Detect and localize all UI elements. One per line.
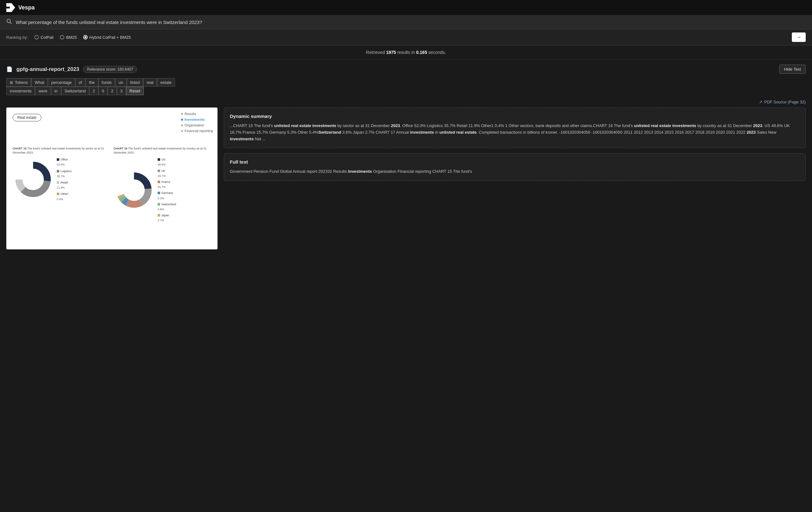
nav-dot-investments bbox=[181, 118, 183, 121]
chart-16-svg bbox=[114, 170, 154, 210]
chart-15-svg bbox=[12, 159, 54, 200]
hide-text-button[interactable]: Hide Text bbox=[779, 65, 806, 74]
token-estate[interactable]: estate bbox=[157, 78, 175, 87]
token-were[interactable]: were bbox=[35, 87, 51, 95]
content-split: Results Investments Organisation Financi… bbox=[6, 108, 806, 249]
results-info: Retrieved 1975 results in 0.165 seconds. bbox=[0, 46, 812, 60]
results-count: 1975 bbox=[386, 50, 396, 55]
token-funds[interactable]: funds bbox=[98, 78, 115, 87]
dynamic-summary-text: ...CHART 15 The fund's unlisted real est… bbox=[230, 123, 800, 142]
results-time: 0.165 bbox=[416, 50, 427, 55]
svg-line-1 bbox=[10, 22, 12, 24]
token-2a[interactable]: 2 bbox=[89, 87, 98, 95]
dynamic-summary-card: Dynamic summary ...CHART 15 The fund's u… bbox=[224, 108, 806, 148]
nav-investments-label: Investments bbox=[185, 118, 205, 121]
token-listed[interactable]: listed bbox=[127, 78, 143, 87]
nav-pills: Results Investments Organisation Financi… bbox=[181, 112, 213, 133]
chart-15-legend: Office 52.0% Logistics 35.7% Retail 11.9… bbox=[57, 157, 71, 202]
token-percentage[interactable]: percentage bbox=[48, 78, 75, 87]
ranking-bar: Ranking by: ColPali BM25 Hybrid ColPali … bbox=[0, 29, 812, 46]
tokens-row-2: investments were in Switzerland 2 0 2 3 … bbox=[6, 87, 806, 95]
token-switzerland[interactable]: Switzerland bbox=[61, 87, 89, 95]
nav-organisation-label: Organisation bbox=[185, 123, 204, 127]
nav-organisation[interactable]: Organisation bbox=[181, 123, 213, 127]
token-0[interactable]: 0 bbox=[98, 87, 108, 95]
token-un[interactable]: un bbox=[115, 78, 126, 87]
search-input[interactable]: What percentage of the funds unlisted re… bbox=[16, 20, 806, 25]
doc-title-group: 📄 gpfg-annual-report_2023 Relevance scor… bbox=[6, 66, 137, 73]
token-of[interactable]: of bbox=[75, 78, 86, 87]
dynamic-summary-title: Dynamic summary bbox=[230, 114, 800, 119]
ranking-bm25[interactable]: BM25 bbox=[60, 35, 77, 40]
tokens-row: ⊞ Tokens What percentage of the funds un… bbox=[6, 78, 806, 87]
nav-financial-label: Financial reporting bbox=[185, 129, 213, 133]
token-what[interactable]: What bbox=[31, 78, 48, 87]
doc-header: 📄 gpfg-annual-report_2023 Relevance scor… bbox=[6, 65, 806, 74]
app-name: Vespa bbox=[18, 4, 35, 11]
chart-15-donut-wrap: Office 52.0% Logistics 35.7% Retail 11.9… bbox=[12, 157, 110, 202]
token-grid-icon: ⊞ bbox=[10, 80, 13, 85]
token-in[interactable]: in bbox=[51, 87, 61, 95]
chart-16: CHART 16 The fund's unlisted real estate… bbox=[114, 147, 211, 223]
search-bar: What percentage of the funds unlisted re… bbox=[0, 16, 812, 29]
results-suffix: seconds. bbox=[427, 50, 446, 55]
nav-dot-results bbox=[181, 113, 183, 115]
token-investments[interactable]: investments bbox=[6, 87, 35, 95]
tokens-section: ⊞ Tokens What percentage of the funds un… bbox=[6, 78, 806, 95]
logo: Vespa bbox=[6, 3, 35, 12]
doc-title: gpfg-annual-report_2023 bbox=[17, 66, 79, 73]
ranking-hybrid[interactable]: Hybrid ColPali + BM25 bbox=[83, 35, 131, 40]
full-text-content: Government Pension Fund Global Annual re… bbox=[230, 168, 800, 175]
pdf-link-row: ↗ PDF Source (Page 32) bbox=[6, 99, 806, 104]
pdf-source-label: PDF Source (Page 32) bbox=[764, 99, 806, 104]
pdf-source-link[interactable]: ↗ PDF Source (Page 32) bbox=[759, 99, 806, 104]
chart-15-label: CHART 15 The fund's unlisted real estate… bbox=[12, 147, 110, 154]
full-text-card: Full text Government Pension Fund Global… bbox=[224, 153, 806, 181]
radio-bm25 bbox=[60, 35, 64, 39]
chart-16-legend: US 48.6% UK 18.7% France 15.7% Germany 5… bbox=[157, 157, 176, 223]
nav-results[interactable]: Results bbox=[181, 112, 213, 116]
radio-colpali bbox=[34, 35, 39, 39]
header: Vespa bbox=[0, 0, 812, 16]
ranking-colpali-label: ColPali bbox=[41, 35, 54, 40]
right-panel: Dynamic summary ...CHART 15 The fund's u… bbox=[218, 108, 806, 181]
doc-icon: 📄 bbox=[6, 66, 12, 72]
ranking-label: Ranking by: bbox=[6, 35, 28, 40]
real-estate-button[interactable]: Real estate bbox=[12, 114, 41, 121]
nav-results-label: Results bbox=[185, 112, 196, 116]
search-icon bbox=[6, 19, 12, 26]
ranking-hybrid-label: Hybrid ColPali + BM25 bbox=[89, 35, 131, 40]
doc-preview: Results Investments Organisation Financi… bbox=[6, 108, 218, 249]
charts-area: CHART 15 The fund's unlisted real estate… bbox=[12, 140, 211, 223]
chart-16-donut-wrap: US 48.6% UK 18.7% France 15.7% Germany 5… bbox=[114, 157, 211, 223]
tokens-chip-label: Tokens bbox=[15, 80, 28, 85]
search-submit-button[interactable]: → bbox=[792, 32, 806, 42]
full-text-title: Full text bbox=[230, 159, 800, 165]
nav-dot-organisation bbox=[181, 124, 183, 126]
tokens-reset-button[interactable]: Reset bbox=[126, 87, 144, 95]
result-container: 📄 gpfg-annual-report_2023 Relevance scor… bbox=[0, 60, 812, 254]
chart-16-label: CHART 16 The fund's unlisted real estate… bbox=[114, 147, 211, 154]
ranking-bm25-label: BM25 bbox=[66, 35, 77, 40]
tokens-label-chip: ⊞ Tokens bbox=[6, 78, 31, 87]
radio-hybrid bbox=[83, 35, 88, 39]
external-link-icon: ↗ bbox=[759, 99, 762, 104]
token-the[interactable]: the bbox=[85, 78, 98, 87]
token-2b[interactable]: 2 bbox=[108, 87, 117, 95]
results-prefix: Retrieved bbox=[366, 50, 386, 55]
nav-financial[interactable]: Financial reporting bbox=[181, 129, 213, 133]
relevance-badge: Relevance score: 160.6407 bbox=[83, 66, 137, 73]
token-real[interactable]: real bbox=[143, 78, 157, 87]
nav-investments[interactable]: Investments bbox=[181, 118, 213, 121]
chart-15: CHART 15 The fund's unlisted real estate… bbox=[12, 147, 110, 223]
results-middle: results in bbox=[396, 50, 416, 55]
token-3[interactable]: 3 bbox=[117, 87, 126, 95]
nav-dot-financial bbox=[181, 130, 183, 132]
vespa-logo-icon bbox=[6, 3, 15, 12]
ranking-colpali[interactable]: ColPali bbox=[34, 35, 54, 40]
